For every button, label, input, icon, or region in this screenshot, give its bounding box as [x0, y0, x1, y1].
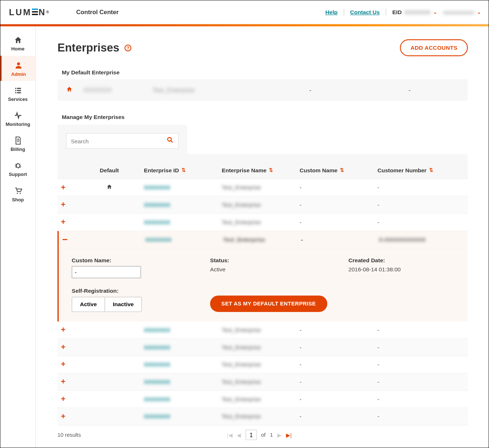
contact-link[interactable]: Contact Us	[350, 9, 380, 15]
cell-custom-name: -	[300, 202, 378, 208]
table-row: − XXXXXXX Test_Enterprise - X-XXXXXXXXXX…	[59, 231, 468, 248]
cell-enterprise-name: Test_Enterprise	[222, 361, 300, 368]
sidebar-item-monitoring[interactable]: Monitoring	[0, 106, 36, 131]
sidebar-item-billing[interactable]: Billing	[0, 131, 36, 156]
col-enterprise-name[interactable]: Enterprise Name⇅	[222, 167, 300, 173]
table-row: + XXXXXXX Test_Enterprise - -	[57, 321, 468, 339]
expand-icon[interactable]: +	[57, 343, 75, 352]
svg-point-9	[20, 193, 21, 194]
page-last-icon[interactable]: ▶|	[286, 432, 292, 438]
expand-icon[interactable]: +	[57, 200, 75, 209]
status-label: Status:	[210, 257, 340, 263]
cell-enterprise-id[interactable]: XXXXXXX	[144, 361, 222, 368]
row-detail-panel: Custom Name: Self-Registration: Active I…	[59, 248, 468, 322]
cell-enterprise-id[interactable]: XXXXXXX	[144, 413, 222, 420]
list-icon	[13, 86, 22, 95]
sidebar-item-admin[interactable]: Admin	[0, 56, 36, 81]
activity-icon	[13, 111, 22, 120]
col-custom-name[interactable]: Custom Name⇅	[300, 167, 378, 173]
manage-section-label: Manage My Enterprises	[62, 114, 468, 120]
table-row: + XXXXXXX Test_Enterprise - -	[57, 373, 468, 391]
cell-enterprise-id[interactable]: XXXXXXX	[144, 184, 222, 191]
cell-enterprise-name: Test_Enterprise	[222, 202, 300, 208]
eid-dropdown[interactable]: EID XXXXXXX ⌄	[392, 9, 437, 15]
cell-enterprise-id[interactable]: XXXXXXX	[144, 219, 222, 225]
cell-default	[75, 184, 144, 191]
svg-rect-1	[15, 88, 16, 89]
cell-customer-number: -	[377, 361, 463, 368]
cell-customer-number: -	[377, 413, 463, 420]
expand-icon[interactable]: +	[57, 360, 75, 369]
sort-icon: ⇅	[429, 167, 433, 173]
cart-icon	[13, 186, 22, 195]
expand-icon[interactable]: +	[57, 412, 75, 421]
search-input[interactable]	[71, 138, 166, 144]
sidebar-item-support[interactable]: Support	[0, 156, 36, 181]
expand-icon[interactable]: +	[57, 395, 75, 404]
set-default-button[interactable]: SET AS MY DEFAULT ENTERPRISE	[210, 296, 327, 312]
created-label: Created Date:	[348, 257, 463, 263]
search-panel	[57, 124, 187, 157]
cell-customer-number: -	[377, 219, 463, 225]
default-name: Test_Enterprise	[153, 86, 261, 93]
svg-point-0	[17, 62, 20, 65]
sidebar-item-label: Shop	[12, 197, 24, 202]
results-count: 10 results	[57, 432, 81, 438]
enterprises-table: + XXXXXXX Test_Enterprise - - + XXXXXXX …	[57, 179, 468, 426]
cell-enterprise-id[interactable]: XXXXXXX	[144, 202, 222, 208]
help-icon[interactable]: ?	[124, 44, 131, 51]
status-value: Active	[210, 266, 340, 273]
page-prev-icon[interactable]: ◀	[237, 432, 241, 438]
sidebar-item-services[interactable]: Services	[0, 81, 36, 106]
cell-enterprise-id[interactable]: XXXXXXX	[144, 379, 222, 385]
search-icon[interactable]	[166, 136, 174, 146]
sidebar-item-shop[interactable]: Shop	[0, 181, 36, 206]
default-section-label: My Default Enterprise	[62, 69, 468, 76]
help-link[interactable]: Help	[326, 9, 338, 15]
expand-icon[interactable]: +	[57, 218, 75, 227]
cell-custom-name: -	[300, 379, 378, 385]
expand-icon[interactable]: +	[57, 377, 75, 386]
user-dropdown[interactable]: xxxxxxxxxx ⌄	[443, 9, 481, 15]
col-enterprise-id[interactable]: Enterprise ID⇅	[144, 167, 222, 173]
pager: |◀ ◀ of 1 ▶ ▶|	[227, 429, 292, 440]
sidebar-item-label: Admin	[11, 71, 26, 77]
svg-rect-2	[17, 88, 21, 89]
cell-enterprise-name: Test_Enterprise	[222, 413, 300, 420]
cell-customer-number: -	[377, 396, 463, 402]
cell-customer-number: -	[377, 379, 463, 385]
search-box[interactable]	[66, 133, 178, 149]
cell-customer-number: -	[377, 327, 463, 333]
svg-point-7	[17, 138, 18, 139]
add-accounts-button[interactable]: ADD ACCOUNTS	[400, 39, 468, 56]
cell-enterprise-name: Test_Enterprise	[222, 327, 300, 333]
cell-enterprise-id[interactable]: XXXXXXX	[144, 396, 222, 402]
cell-enterprise-id[interactable]: XXXXXXX	[144, 344, 222, 350]
cell-enterprise-name: Test_Enterprise	[222, 379, 300, 385]
default-enterprise-row: XXXXXXX Test_Enterprise - -	[57, 79, 468, 101]
cell-custom-name: -	[300, 327, 378, 333]
col-customer-number[interactable]: Customer Number⇅	[377, 167, 463, 173]
svg-rect-5	[15, 92, 16, 93]
page-input[interactable]	[245, 429, 257, 440]
cell-enterprise-id[interactable]: XXXXXXX	[144, 327, 222, 333]
svg-rect-6	[17, 92, 21, 93]
cell-enterprise-name: Test_Enterprise	[223, 236, 301, 243]
page-next-icon[interactable]: ▶	[277, 432, 282, 438]
separator	[386, 9, 386, 16]
svg-rect-3	[15, 90, 16, 91]
table-row: + XXXXXXX Test_Enterprise - -	[57, 356, 468, 374]
page-first-icon[interactable]: |◀	[227, 432, 233, 438]
selfreg-inactive-button[interactable]: Inactive	[105, 297, 142, 311]
cell-custom-name: -	[300, 361, 378, 368]
cell-enterprise-id[interactable]: XXXXXXX	[145, 236, 223, 243]
sidebar-item-home[interactable]: Home	[0, 31, 36, 56]
custom-name-input[interactable]	[72, 266, 141, 278]
cell-custom-name: -	[300, 184, 378, 191]
selfreg-active-button[interactable]: Active	[72, 297, 105, 311]
col-default[interactable]: Default	[75, 167, 144, 173]
expand-icon[interactable]: +	[57, 183, 75, 192]
cell-customer-number: -	[377, 202, 463, 208]
table-row: + XXXXXXX Test_Enterprise - -	[57, 179, 468, 197]
expand-icon[interactable]: +	[57, 325, 75, 334]
